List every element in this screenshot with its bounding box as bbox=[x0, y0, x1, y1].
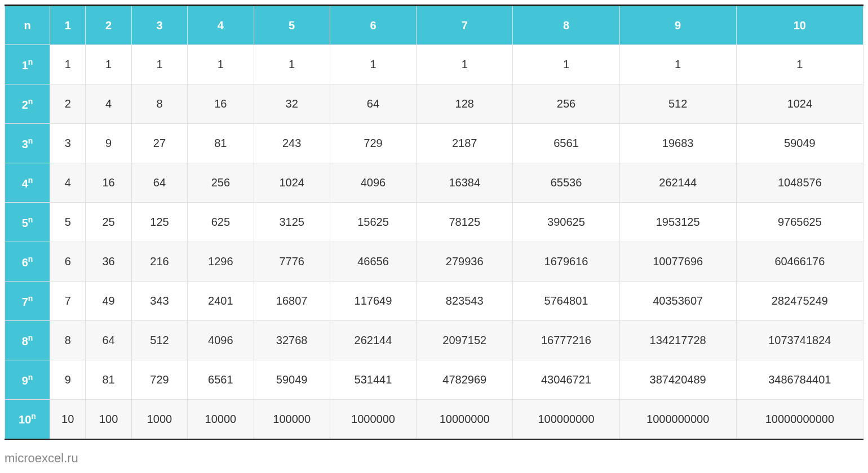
data-cell: 282475249 bbox=[736, 282, 863, 321]
table-row: 10n1010010001000010000010000001000000010… bbox=[5, 400, 863, 439]
row-header: 1n bbox=[5, 45, 50, 84]
col-header: 6 bbox=[330, 6, 416, 45]
data-cell: 531441 bbox=[330, 360, 416, 400]
data-cell: 1 bbox=[619, 45, 736, 84]
table-row: 2n2481632641282565121024 bbox=[5, 84, 863, 124]
data-cell: 9 bbox=[50, 360, 86, 400]
data-cell: 729 bbox=[131, 360, 187, 400]
data-cell: 36 bbox=[86, 242, 131, 282]
data-cell: 4096 bbox=[188, 321, 254, 360]
data-cell: 1953125 bbox=[619, 203, 736, 242]
table-row: 8n86451240963276826214420971521677721613… bbox=[5, 321, 863, 360]
data-cell: 1 bbox=[417, 45, 513, 84]
data-cell: 1048576 bbox=[736, 163, 863, 203]
data-cell: 10 bbox=[50, 400, 86, 439]
table-row: 5n52512562531251562578125390625195312597… bbox=[5, 203, 863, 242]
table-row: 9n98172965615904953144147829694304672138… bbox=[5, 360, 863, 400]
col-header: 4 bbox=[188, 6, 254, 45]
data-cell: 4 bbox=[86, 84, 131, 124]
data-cell: 10000000000 bbox=[736, 400, 863, 439]
col-header: 5 bbox=[254, 6, 330, 45]
data-cell: 1024 bbox=[736, 84, 863, 124]
row-header: 8n bbox=[5, 321, 50, 360]
data-cell: 7776 bbox=[254, 242, 330, 282]
data-cell: 100 bbox=[86, 400, 131, 439]
data-cell: 1 bbox=[50, 45, 86, 84]
row-header: 6n bbox=[5, 242, 50, 282]
col-header: 7 bbox=[417, 6, 513, 45]
data-cell: 4782969 bbox=[417, 360, 513, 400]
data-cell: 19683 bbox=[619, 124, 736, 163]
data-cell: 256 bbox=[188, 163, 254, 203]
row-header: 5n bbox=[5, 203, 50, 242]
data-cell: 100000 bbox=[254, 400, 330, 439]
data-cell: 4096 bbox=[330, 163, 416, 203]
data-cell: 81 bbox=[188, 124, 254, 163]
data-cell: 3486784401 bbox=[736, 360, 863, 400]
data-cell: 823543 bbox=[417, 282, 513, 321]
table-body: 1n11111111112n24816326412825651210243n39… bbox=[5, 45, 863, 439]
data-cell: 43046721 bbox=[513, 360, 619, 400]
powers-table: n 1 2 3 4 5 6 7 8 9 10 1n11111111112n248… bbox=[5, 5, 863, 440]
data-cell: 6 bbox=[50, 242, 86, 282]
data-cell: 4 bbox=[50, 163, 86, 203]
data-cell: 387420489 bbox=[619, 360, 736, 400]
data-cell: 16384 bbox=[417, 163, 513, 203]
data-cell: 125 bbox=[131, 203, 187, 242]
header-row: n 1 2 3 4 5 6 7 8 9 10 bbox=[5, 6, 863, 45]
data-cell: 1000000 bbox=[330, 400, 416, 439]
data-cell: 25 bbox=[86, 203, 131, 242]
data-cell: 1024 bbox=[254, 163, 330, 203]
data-cell: 1 bbox=[254, 45, 330, 84]
col-header: 1 bbox=[50, 6, 86, 45]
data-cell: 390625 bbox=[513, 203, 619, 242]
data-cell: 64 bbox=[86, 321, 131, 360]
col-header: 3 bbox=[131, 6, 187, 45]
data-cell: 16 bbox=[188, 84, 254, 124]
col-header: 2 bbox=[86, 6, 131, 45]
corner-header: n bbox=[5, 6, 50, 45]
data-cell: 16777216 bbox=[513, 321, 619, 360]
data-cell: 1 bbox=[736, 45, 863, 84]
data-cell: 2401 bbox=[188, 282, 254, 321]
data-cell: 134217728 bbox=[619, 321, 736, 360]
col-header: 10 bbox=[736, 6, 863, 45]
data-cell: 3 bbox=[50, 124, 86, 163]
data-cell: 8 bbox=[131, 84, 187, 124]
row-header: 10n bbox=[5, 400, 50, 439]
data-cell: 60466176 bbox=[736, 242, 863, 282]
data-cell: 1 bbox=[330, 45, 416, 84]
data-cell: 243 bbox=[254, 124, 330, 163]
col-header: 8 bbox=[513, 6, 619, 45]
data-cell: 81 bbox=[86, 360, 131, 400]
data-cell: 100000000 bbox=[513, 400, 619, 439]
row-header: 9n bbox=[5, 360, 50, 400]
data-cell: 49 bbox=[86, 282, 131, 321]
col-header: 9 bbox=[619, 6, 736, 45]
data-cell: 256 bbox=[513, 84, 619, 124]
data-cell: 729 bbox=[330, 124, 416, 163]
data-cell: 1 bbox=[86, 45, 131, 84]
data-cell: 7 bbox=[50, 282, 86, 321]
data-cell: 2097152 bbox=[417, 321, 513, 360]
data-cell: 625 bbox=[188, 203, 254, 242]
table-row: 3n392781243729218765611968359049 bbox=[5, 124, 863, 163]
data-cell: 512 bbox=[619, 84, 736, 124]
data-cell: 5764801 bbox=[513, 282, 619, 321]
table-row: 6n63621612967776466562799361679616100776… bbox=[5, 242, 863, 282]
data-cell: 10077696 bbox=[619, 242, 736, 282]
data-cell: 6561 bbox=[188, 360, 254, 400]
data-cell: 6561 bbox=[513, 124, 619, 163]
data-cell: 16 bbox=[86, 163, 131, 203]
table-row: 4n41664256102440961638465536262144104857… bbox=[5, 163, 863, 203]
data-cell: 1073741824 bbox=[736, 321, 863, 360]
data-cell: 10000000 bbox=[417, 400, 513, 439]
data-cell: 5 bbox=[50, 203, 86, 242]
data-cell: 78125 bbox=[417, 203, 513, 242]
data-cell: 32 bbox=[254, 84, 330, 124]
data-cell: 40353607 bbox=[619, 282, 736, 321]
data-cell: 59049 bbox=[736, 124, 863, 163]
data-cell: 128 bbox=[417, 84, 513, 124]
data-cell: 343 bbox=[131, 282, 187, 321]
footer-text: microexcel.ru bbox=[5, 451, 863, 466]
